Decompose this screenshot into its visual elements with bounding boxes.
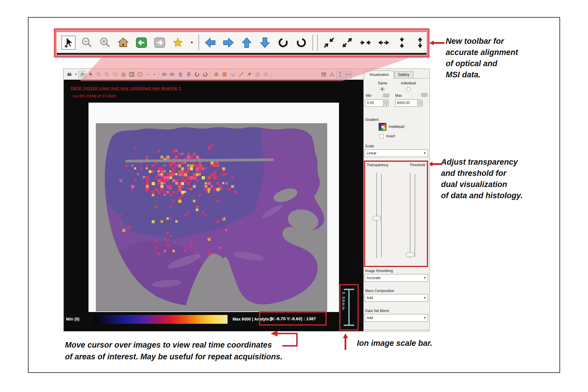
toolbar-separator [198,35,199,51]
max-label: Max [395,94,402,98]
invert-checkbox[interactable] [379,134,384,139]
scale-value: Linear [367,151,376,155]
zoom-in-tool[interactable] [98,36,112,50]
roi-rectangle-tool[interactable] [221,71,228,78]
move-up-button[interactable] [177,71,184,78]
data-set-blend-dropdown[interactable]: Add ▼ [365,314,428,322]
scale-dropdown[interactable]: Linear ▼ [365,149,428,157]
range-same-label: Same [375,81,390,85]
shrink-diagonal-button[interactable] [322,36,336,50]
move-down-button[interactable] [185,71,192,78]
forward-button[interactable] [136,71,143,78]
min-spinner[interactable]: ▲▼ [384,99,389,107]
coords-note: Move cursor over images to view real tim… [65,339,283,363]
pointer-tool[interactable] [87,71,94,78]
transparency-label: Transparency [367,163,388,167]
gradient-hotmetal2-icon[interactable] [379,123,386,131]
rotate-cw-button[interactable] [276,36,290,50]
stretch-vertical-button[interactable] [413,36,427,50]
image-smoothing-dropdown[interactable]: Accurate ▼ [365,274,428,282]
recent-views-button[interactable] [144,71,152,78]
move-up-button[interactable] [240,36,254,50]
find-dropdown-caret[interactable] [74,71,78,78]
align-vertical-button[interactable] [336,71,344,78]
max-value-input[interactable]: 6000.00 [395,99,417,107]
move-left-button[interactable] [160,71,168,78]
transparency-note: Adjust transparency and threshold for du… [441,156,523,201]
tab-gallery[interactable]: Gallery [394,71,413,79]
dataset-title[interactable]: DESI 141126 Liver met neg combined.raw A… [71,86,181,91]
clear-roi-tool[interactable] [262,71,269,78]
find-tool[interactable] [66,71,73,78]
hdi-application-window: DESI 141126 Liver met neg combined.raw A… [63,69,430,331]
scalebar-note: Ion image scale bar. [357,338,432,349]
mass-composition-dropdown[interactable]: Add ▼ [365,294,428,302]
back-button[interactable] [134,36,148,50]
max-spinner[interactable]: ▲▼ [418,99,423,107]
rotate-ccw-button[interactable] [201,71,209,78]
range-same-radio[interactable] [380,87,385,91]
app-toolbar [64,69,301,80]
move-down-button[interactable] [258,36,272,50]
gradient-label: Gradient [365,118,379,122]
min-value-input[interactable]: 0.00 [365,99,383,107]
spectrum-tool[interactable] [229,71,236,78]
transparency-slider-thumb[interactable] [372,216,381,221]
min-link-icon[interactable] [383,94,389,97]
molecule-link-button[interactable] [328,71,335,78]
cursor-coordinates-readout: (X:-8.70 Y:-8.60) : 1387 [270,316,316,321]
views-dropdown-caret[interactable] [153,71,156,78]
toolbar-note: New toolbar for accurate alignment of op… [446,36,518,80]
mass-composition-value: Add [367,296,373,300]
paint-roi-tool[interactable] [245,71,253,78]
erase-roi-tool[interactable] [254,71,261,78]
chevron-down-icon: ▼ [423,314,426,321]
msi-overlay-image[interactable] [96,123,327,311]
roi-ellipse-tool[interactable] [213,71,220,78]
toolbar-highlight-box [54,28,430,58]
threshold-slider-track[interactable] [410,173,410,258]
cursor-coordinates-highlight-box: (X:-8.70 Y:-8.60) : 1387 [259,311,327,326]
pointer-move-tool[interactable] [61,36,76,50]
tab-visualisation[interactable]: Visualisation [364,71,394,79]
move-right-button[interactable] [168,71,176,78]
align-horizontal-button[interactable] [345,71,352,78]
rotate-cw-button[interactable] [193,71,201,78]
threshold-label: Threshold [398,163,425,167]
forward-button[interactable] [153,36,167,50]
home-view-button[interactable] [116,36,130,50]
tissue-slide-image[interactable] [96,123,327,311]
range-individual-label: Individual [398,81,419,85]
stretch-diagonal-button[interactable] [340,36,354,50]
zoom-in-tool[interactable] [103,71,111,78]
scale-bar-bottom-cap [344,325,354,326]
zoom-out-tool[interactable] [95,71,102,78]
copy-image-button[interactable] [320,71,327,78]
shrink-vertical-button[interactable] [395,36,409,50]
move-right-button[interactable] [221,36,235,50]
home-view-button[interactable] [120,71,127,78]
min-label: Min [366,94,371,98]
stretch-horizontal-button[interactable] [377,36,391,50]
range-individual-radio[interactable] [406,87,411,91]
zoom-out-tool[interactable] [80,36,94,50]
threshold-slider-thumb[interactable] [406,252,415,257]
favorites-dropdown-caret[interactable] [189,36,194,50]
move-left-button[interactable] [203,36,217,50]
chevron-down-icon: ▼ [423,274,426,281]
pan-tool[interactable] [78,71,86,78]
transparency-slider-ruler [381,174,382,257]
intensity-colorbar [94,315,228,324]
zoom-window-tool[interactable] [111,71,119,78]
data-set-blend-value: Add [367,316,373,320]
visualisation-panel: Visualisation Gallery Same Individual Mi… [363,71,430,331]
back-button[interactable] [128,71,135,78]
draw-roi-tool[interactable] [237,71,245,78]
ion-image-viewport[interactable]: DESI 141126 Liver met neg combined.raw A… [64,80,363,331]
image-smoothing-label: Image Smoothing [365,269,393,273]
shrink-horizontal-button[interactable] [358,36,372,50]
favorites-button[interactable] [171,36,185,50]
gradient-name[interactable]: HotMetal2 [389,125,405,129]
rotate-ccw-button[interactable] [294,36,308,50]
max-link-icon[interactable] [421,93,427,97]
